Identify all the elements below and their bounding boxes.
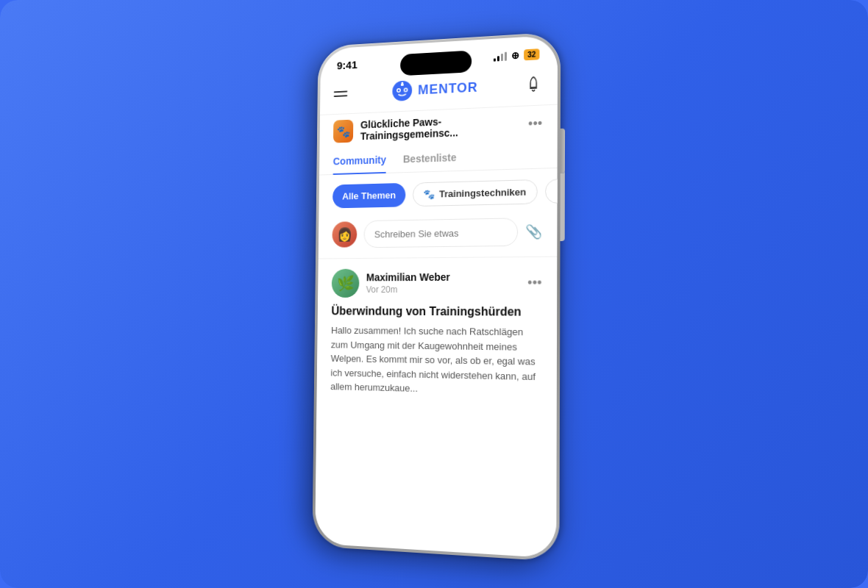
chip-verhalten[interactable]: 🧩 Verhalte... (545, 177, 558, 204)
post-header: 🌿 Maximilian Weber Vor 20m ••• (332, 268, 542, 298)
app-logo: MENTOR (391, 76, 478, 103)
chip-trainingstechniken-emoji: 🐾 (424, 189, 435, 200)
chip-alle-themen-label: Alle Themen (342, 190, 396, 201)
background: 9:41 ⊕ 32 (0, 0, 868, 588)
community-info: 🐾 Glückliche Paws-Trainingsgemeinsc... (333, 112, 528, 143)
chip-verhalten-emoji: 🧩 (556, 185, 557, 197)
community-avatar: 🐾 (333, 120, 354, 143)
mentor-logo-icon (391, 79, 414, 103)
post-author-name: Maximilian Weber (366, 271, 450, 283)
write-post-row: 👩 📎 (319, 214, 558, 258)
post-title: Überwindung von Trainingshürden (331, 305, 541, 319)
menu-button[interactable] (334, 90, 348, 97)
post-author-avatar: 🌿 (332, 269, 360, 298)
chip-trainingstechniken[interactable]: 🐾 Trainingstechniken (413, 179, 538, 207)
phone-mockup: 9:41 ⊕ 32 (312, 32, 561, 562)
battery-badge: 32 (524, 49, 539, 60)
bottom-fade (315, 485, 556, 558)
tab-community[interactable]: Community (333, 147, 387, 174)
tab-bestenliste[interactable]: Bestenliste (403, 144, 457, 172)
chip-trainingstechniken-label: Trainingstechniken (439, 187, 526, 200)
status-icons: ⊕ 32 (494, 49, 540, 62)
dynamic-island (400, 50, 472, 76)
wifi-icon: ⊕ (511, 50, 519, 62)
filter-chips: Alle Themen 🐾 Trainingstechniken 🧩 Verha… (319, 168, 557, 218)
phone-frame: 9:41 ⊕ 32 (312, 32, 561, 562)
post-time: Vor 20m (366, 284, 450, 295)
community-avatar-emoji: 🐾 (336, 124, 350, 138)
post-user-info: 🌿 Maximilian Weber Vor 20m (332, 268, 450, 298)
chip-alle-themen[interactable]: Alle Themen (332, 183, 406, 209)
phone-screen: 9:41 ⊕ 32 (315, 35, 558, 559)
post-card: 🌿 Maximilian Weber Vor 20m ••• Überwindu… (316, 257, 557, 410)
post-input[interactable] (363, 218, 518, 248)
current-user-avatar: 👩 (332, 221, 357, 248)
signal-icon (494, 51, 507, 61)
attach-icon[interactable]: 📎 (525, 223, 542, 240)
post-body: Hallo zusammen! Ich suche nach Ratschläg… (330, 323, 541, 399)
status-time: 9:41 (337, 58, 357, 71)
notification-bell-icon[interactable] (524, 75, 542, 93)
community-more-button[interactable]: ••• (528, 115, 542, 132)
app-name: MENTOR (418, 79, 478, 98)
post-more-button[interactable]: ••• (527, 275, 541, 291)
post-author-details: Maximilian Weber Vor 20m (366, 271, 450, 295)
community-name: Glückliche Paws-Trainingsgemeinsc... (360, 112, 528, 142)
